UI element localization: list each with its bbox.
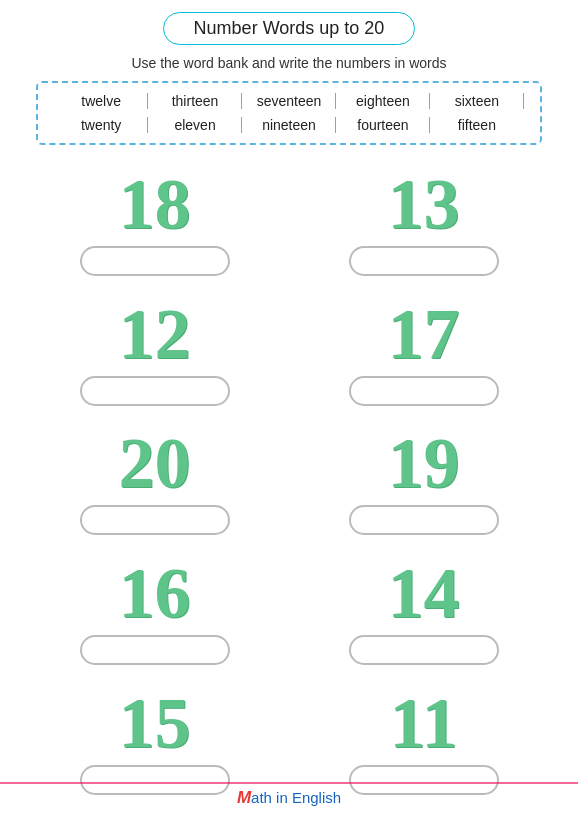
number-cell-16: 16 <box>20 548 289 678</box>
word-bank-item: eleven <box>148 115 242 135</box>
word-bank-item: fourteen <box>336 115 430 135</box>
footer-divider <box>0 782 578 784</box>
word-bank-item: seventeen <box>242 91 336 111</box>
word-bank-item: twelve <box>54 91 148 111</box>
answer-input-12[interactable] <box>80 376 230 406</box>
page: Number Words up to 20 Use the word bank … <box>0 0 578 818</box>
word-bank-item: nineteen <box>242 115 336 135</box>
number-display: 20 <box>119 427 191 499</box>
number-cell-20: 20 <box>20 419 289 549</box>
number-display: 19 <box>388 427 460 499</box>
number-display: 17 <box>388 298 460 370</box>
answer-input-18[interactable] <box>80 246 230 276</box>
numbers-grid: 18 13 12 17 20 19 16 14 <box>20 159 558 808</box>
number-display: 18 <box>119 168 191 240</box>
number-display: 11 <box>389 687 457 759</box>
page-title: Number Words up to 20 <box>194 18 385 38</box>
number-display: 15 <box>119 687 191 759</box>
number-display: 13 <box>388 168 460 240</box>
word-bank-item: fifteen <box>430 115 524 135</box>
number-cell-18: 18 <box>20 159 289 289</box>
word-bank-item: sixteen <box>430 91 524 111</box>
answer-input-20[interactable] <box>80 505 230 535</box>
instruction-text: Use the word bank and write the numbers … <box>131 55 446 71</box>
word-bank: twelve thirteen seventeen eighteen sixte… <box>36 81 542 145</box>
number-cell-12: 12 <box>20 289 289 419</box>
answer-input-19[interactable] <box>349 505 499 535</box>
brand-text: Math in English <box>237 788 341 808</box>
number-cell-14: 14 <box>289 548 558 678</box>
answer-input-14[interactable] <box>349 635 499 665</box>
number-display: 14 <box>388 557 460 629</box>
number-cell-13: 13 <box>289 159 558 289</box>
word-bank-item: eighteen <box>336 91 430 111</box>
footer: Math in English <box>0 788 578 808</box>
brand-rest: ath in English <box>251 789 341 806</box>
brand-m: M <box>237 788 251 807</box>
number-cell-17: 17 <box>289 289 558 419</box>
number-display: 12 <box>119 298 191 370</box>
answer-input-16[interactable] <box>80 635 230 665</box>
number-cell-19: 19 <box>289 419 558 549</box>
title-box: Number Words up to 20 <box>163 12 416 45</box>
answer-input-13[interactable] <box>349 246 499 276</box>
answer-input-17[interactable] <box>349 376 499 406</box>
word-bank-item: twenty <box>54 115 148 135</box>
word-bank-item: thirteen <box>148 91 242 111</box>
number-display: 16 <box>119 557 191 629</box>
